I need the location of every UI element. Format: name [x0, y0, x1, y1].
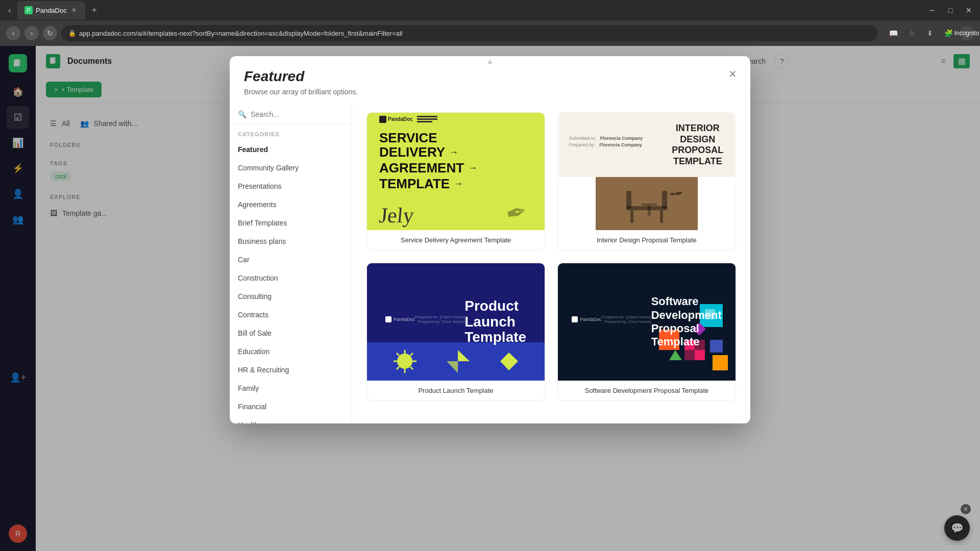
tmpl2-chair-svg	[596, 178, 698, 229]
download-icon[interactable]: ⬇	[923, 26, 937, 40]
sidebar-search-container: 🔍	[230, 104, 352, 125]
tab-bar: ‹ P PandaDoc ✕ + ─ □ ✕	[0, 0, 980, 20]
svg-rect-7	[630, 210, 633, 223]
extensions-icon[interactable]: 🧩	[941, 26, 955, 40]
back-button[interactable]: ‹	[6, 26, 20, 40]
category-family[interactable]: Family	[230, 379, 352, 397]
window-controls: ─ □ ✕	[925, 3, 976, 17]
tmpl4-title: SoftwareDevelopmentProposalTemplate	[651, 295, 722, 349]
category-hr-recruiting[interactable]: HR & Recruiting	[230, 361, 352, 379]
browser-controls: ‹ › ↻ 🔒 app.pandadoc.com/a/#/templates-n…	[0, 20, 980, 46]
reading-mode-icon[interactable]: 📖	[886, 26, 900, 40]
template-thumbnail-service-delivery: PandaDoc	[367, 113, 545, 230]
svg-rect-31	[713, 355, 728, 370]
browser-tab[interactable]: P PandaDoc ✕	[17, 1, 85, 19]
tab-close-button[interactable]: ✕	[70, 6, 78, 14]
template-card-product-launch[interactable]: PandaDoc Prepared for: [Client Name] Pre…	[366, 263, 545, 401]
svg-line-18	[410, 353, 413, 356]
svg-line-16	[397, 353, 399, 356]
template-name-product-launch: Product Launch Template	[367, 381, 545, 400]
sidebar-search-input[interactable]	[251, 110, 344, 118]
template-thumbnail-product-launch: PandaDoc Prepared for: [Client Name] Pre…	[367, 263, 545, 381]
category-financial[interactable]: Financial	[230, 397, 352, 416]
tmpl2-title: INTERIOR DESIGNPROPOSALTEMPLATE	[671, 123, 724, 167]
app-area: 🏠 ☑ 📊 ⚡ 👤 👥 👤+ R Documents 🔍 Search	[0, 46, 980, 551]
forward-button[interactable]: ›	[24, 26, 39, 40]
template-card-interior-design[interactable]: Submitted to:Florencia Company Prepared …	[557, 112, 736, 251]
svg-line-19	[397, 367, 399, 369]
tmpl3-hourglass-shape	[447, 347, 470, 375]
incognito-label: Incognito	[960, 26, 974, 40]
sidebar-search-icon: 🔍	[238, 110, 247, 118]
svg-rect-29	[695, 350, 705, 360]
category-agreements[interactable]: Agreements	[230, 195, 352, 214]
svg-rect-4	[626, 206, 667, 210]
template-thumbnail-interior-design: Submitted to:Florencia Company Prepared …	[558, 113, 736, 230]
address-bar[interactable]: 🔒 app.pandadoc.com/a/#/templates-next?so…	[61, 25, 878, 41]
tmpl1-signature-area: Jely ✒	[379, 198, 532, 228]
tmpl4-logo: PandaDoc	[572, 315, 601, 324]
minimize-button[interactable]: ─	[925, 3, 939, 17]
tmpl1-header-lines	[417, 116, 437, 122]
bookmark-icon[interactable]: ☆	[904, 26, 919, 40]
close-window-button[interactable]: ✕	[962, 3, 976, 17]
svg-rect-10	[648, 206, 651, 216]
categories-label: CATEGORIES	[230, 125, 352, 140]
svg-rect-8	[660, 210, 663, 223]
tmpl2-image-area	[596, 177, 698, 230]
tmpl2-header-info: Submitted to:Florencia Company Prepared …	[569, 136, 671, 147]
refresh-button[interactable]: ↻	[43, 26, 57, 40]
template-thumbnail-software-dev: PandaDoc Prepared for: [Client Name] Pre…	[558, 263, 736, 381]
category-consulting[interactable]: Consulting	[230, 287, 352, 306]
tmpl4-meta: Prepared for: [Client Name] Prepared by:…	[601, 315, 651, 324]
modal-close-button[interactable]: ✕	[725, 66, 740, 82]
category-business-plans[interactable]: Business plans	[230, 232, 352, 251]
category-car[interactable]: Car	[230, 251, 352, 269]
browser-chrome: ‹ P PandaDoc ✕ + ─ □ ✕ ‹ › ↻ 🔒 app.panda…	[0, 0, 980, 46]
svg-marker-20	[458, 350, 470, 361]
svg-rect-5	[626, 191, 631, 209]
svg-rect-28	[684, 350, 695, 360]
category-contracts[interactable]: Contracts	[230, 306, 352, 324]
svg-marker-32	[669, 350, 682, 360]
modal-sidebar: 🔍 CATEGORIES Featured Community Gallery …	[230, 104, 352, 423]
category-education[interactable]: Education	[230, 342, 352, 361]
svg-marker-21	[447, 361, 458, 373]
category-construction[interactable]: Construction	[230, 269, 352, 287]
category-presentations[interactable]: Presentations	[230, 177, 352, 195]
category-healthcare[interactable]: Healthcare	[230, 416, 352, 423]
tab-title: PandaDoc	[36, 7, 67, 14]
template-gallery-modal: ▲ Featured Browse our array of brilliant…	[230, 56, 750, 423]
modal-title: Featured	[244, 68, 736, 85]
maximize-button[interactable]: □	[943, 3, 958, 17]
lock-icon: 🔒	[68, 30, 76, 37]
modal-header: Featured Browse our array of brilliant o…	[230, 56, 750, 96]
svg-rect-6	[662, 191, 667, 209]
tmpl3-diamond-shape	[498, 350, 521, 373]
svg-marker-22	[500, 353, 518, 370]
category-bill-of-sale[interactable]: Bill of Sale	[230, 324, 352, 342]
tmpl4-header: PandaDoc Prepared for: [Client Name] Pre…	[572, 315, 651, 324]
category-brief-templates[interactable]: Brief Templates	[230, 214, 352, 232]
template-card-service-delivery[interactable]: PandaDoc	[366, 112, 545, 251]
tmpl3-header: PandaDoc Prepared for: [Client Name] Pre…	[385, 315, 464, 324]
new-tab-button[interactable]: +	[87, 3, 102, 17]
modal-content-area[interactable]: PandaDoc	[352, 104, 750, 423]
pandadoc-tab-icon: P	[24, 6, 33, 14]
tab-back-arrow[interactable]: ‹	[4, 3, 15, 18]
tmpl1-main-title: SERVICE DELIVERY → AGREEMENT →	[379, 131, 532, 192]
template-name-interior-design: Interior Design Proposal Template	[558, 230, 736, 250]
tmpl3-sun-shape	[391, 347, 419, 375]
category-community-gallery[interactable]: Community Gallery	[230, 159, 352, 177]
tmpl3-title: ProductLaunchTemplate	[464, 298, 526, 345]
modal-subtitle: Browse our array of brilliant options.	[244, 88, 736, 96]
modal-overlay: ▲ Featured Browse our array of brilliant…	[0, 46, 980, 551]
tmpl3-bottom-shapes	[367, 342, 545, 381]
svg-point-11	[397, 354, 412, 369]
template-name-software-dev: Software Development Proposal Template	[558, 381, 736, 400]
category-featured[interactable]: Featured	[230, 140, 352, 159]
templates-grid: PandaDoc	[366, 112, 736, 401]
tmpl3-meta: Prepared for: [Client Name] Prepared by:…	[415, 315, 464, 324]
template-card-software-dev[interactable]: PandaDoc Prepared for: [Client Name] Pre…	[557, 263, 736, 401]
url-text: app.pandadoc.com/a/#/templates-next?sort…	[79, 30, 403, 37]
